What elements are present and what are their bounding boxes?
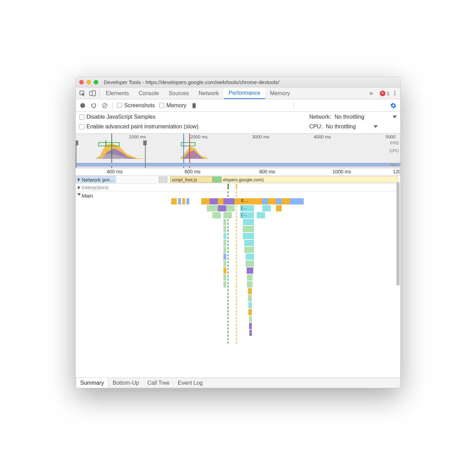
interactions-track-header[interactable]: Interactions bbox=[76, 184, 124, 191]
memory-label: Memory bbox=[166, 102, 186, 109]
disable-js-samples-checkbox[interactable]: Disable JavaScript Samples bbox=[79, 114, 155, 120]
scrollbar-thumb[interactable] bbox=[396, 182, 400, 286]
kebab-menu-icon[interactable] bbox=[393, 90, 397, 97]
vertical-scrollbar[interactable] bbox=[395, 168, 400, 388]
ruler-tick: 400 ms bbox=[107, 169, 123, 174]
bottom-tabbar: Summary Bottom-Up Call Tree Event Log bbox=[76, 377, 400, 388]
network-request-block[interactable]: elopers.google.com) bbox=[221, 176, 397, 183]
screenshots-checkbox[interactable]: Screenshots bbox=[117, 102, 155, 109]
network-throttle-label: Network: bbox=[309, 114, 331, 120]
trash-icon[interactable] bbox=[191, 102, 198, 109]
clear-button[interactable] bbox=[101, 102, 108, 109]
settings-gear-icon[interactable] bbox=[390, 102, 397, 109]
performance-toolbar: Screenshots Memory bbox=[76, 99, 400, 112]
traffic-lights bbox=[79, 80, 98, 84]
more-tabs-icon[interactable]: » bbox=[366, 90, 376, 97]
device-toggle-icon[interactable] bbox=[88, 88, 98, 99]
detail-panel: 400 ms 600 ms 800 ms 1000 ms 120 Network… bbox=[76, 168, 400, 388]
selection-left-handle[interactable] bbox=[76, 140, 78, 145]
interactions-track-body[interactable] bbox=[124, 184, 400, 189]
titlebar: Developer Tools - https://developers.goo… bbox=[76, 77, 400, 88]
error-icon: ✕ bbox=[380, 91, 385, 96]
chevron-down-icon bbox=[374, 125, 378, 128]
svg-line-4 bbox=[103, 104, 107, 107]
enable-paint-label: Enable advanced paint instrumentation (s… bbox=[86, 124, 199, 130]
record-button[interactable] bbox=[79, 102, 86, 109]
cpu-throttle-label: CPU: bbox=[309, 124, 322, 130]
ruler-tick: 1000 ms bbox=[129, 134, 146, 139]
cpu-throttle-select[interactable]: No throttling bbox=[326, 124, 378, 130]
error-count: 1 bbox=[387, 90, 390, 96]
devtools-window: Developer Tools - https://developers.goo… bbox=[75, 77, 401, 388]
close-button[interactable] bbox=[79, 80, 84, 84]
ruler-tick: 1000 ms bbox=[332, 169, 351, 174]
main-track-label: Main bbox=[82, 193, 93, 199]
flame-bar[interactable]: (… bbox=[240, 205, 254, 211]
capture-settings: Disable JavaScript Samples Network: No t… bbox=[76, 112, 400, 134]
minimize-button[interactable] bbox=[86, 80, 91, 84]
enable-paint-checkbox[interactable]: Enable advanced paint instrumentation (s… bbox=[79, 124, 199, 130]
inspect-icon[interactable] bbox=[77, 88, 88, 99]
network-track-label: Network bbox=[82, 177, 101, 183]
tab-elements[interactable]: Elements bbox=[101, 88, 134, 99]
tab-call-tree[interactable]: Call Tree bbox=[143, 378, 174, 388]
reload-button[interactable] bbox=[90, 102, 97, 109]
tab-summary[interactable]: Summary bbox=[76, 377, 108, 388]
ruler-tick: 600 ms bbox=[185, 169, 201, 174]
network-track: Network goo… script_foot.js elopers.goog… bbox=[76, 176, 400, 184]
cpu-throttle-value: No throttling bbox=[326, 124, 356, 130]
disclosure-icon bbox=[78, 186, 80, 189]
interactions-track: Interactions bbox=[76, 184, 400, 191]
flame-bar[interactable]: (… bbox=[240, 212, 254, 218]
error-badge[interactable]: ✕ 1 bbox=[380, 90, 390, 96]
chevron-down-icon bbox=[393, 116, 397, 118]
ruler-tick: 800 ms bbox=[259, 169, 275, 174]
disable-js-label: Disable JavaScript Samples bbox=[86, 114, 155, 120]
tab-performance[interactable]: Performance bbox=[224, 88, 265, 99]
svg-rect-2 bbox=[92, 91, 95, 96]
panel-tabs: Elements Console Sources Network Perform… bbox=[101, 88, 295, 99]
interactions-track-label: Interactions bbox=[82, 184, 109, 190]
main-track: Main E… bbox=[76, 191, 400, 377]
main-track-header[interactable]: Main bbox=[76, 191, 124, 377]
timeline-overview[interactable]: 1000 ms 2000 ms 3000 ms 4000 ms 5000 bbox=[76, 134, 400, 168]
network-request-block[interactable] bbox=[159, 176, 167, 183]
network-track-body[interactable]: script_foot.js elopers.google.com) bbox=[116, 176, 400, 183]
network-request-block[interactable] bbox=[213, 176, 221, 183]
network-request-block[interactable]: script_foot.js bbox=[170, 176, 213, 183]
window-title: Developer Tools - https://developers.goo… bbox=[101, 79, 397, 85]
tab-console[interactable]: Console bbox=[134, 88, 164, 99]
main-tabbar: Elements Console Sources Network Perform… bbox=[76, 88, 400, 99]
memory-checkbox[interactable]: Memory bbox=[159, 102, 186, 109]
flame-chart[interactable]: E… (… bbox=[124, 191, 400, 377]
flame-bar[interactable]: E… bbox=[240, 198, 251, 204]
overview-selection[interactable] bbox=[76, 140, 146, 168]
network-first-item: goo… bbox=[102, 177, 114, 182]
network-track-header[interactable]: Network goo… bbox=[76, 176, 116, 183]
network-throttle-value: No throttling bbox=[335, 114, 364, 120]
detail-ruler[interactable]: 400 ms 600 ms 800 ms 1000 ms 120 bbox=[76, 168, 400, 176]
disclosure-icon bbox=[78, 178, 80, 181]
tab-memory[interactable]: Memory bbox=[265, 88, 295, 99]
maximize-button[interactable] bbox=[94, 80, 98, 84]
tab-sources[interactable]: Sources bbox=[164, 88, 194, 99]
screenshots-label: Screenshots bbox=[124, 102, 155, 109]
tab-event-log[interactable]: Event Log bbox=[174, 378, 207, 388]
network-throttle-select[interactable]: No throttling bbox=[335, 114, 397, 120]
tab-network[interactable]: Network bbox=[194, 88, 224, 99]
tab-bottom-up[interactable]: Bottom-Up bbox=[108, 378, 143, 388]
disclosure-icon bbox=[77, 193, 81, 196]
